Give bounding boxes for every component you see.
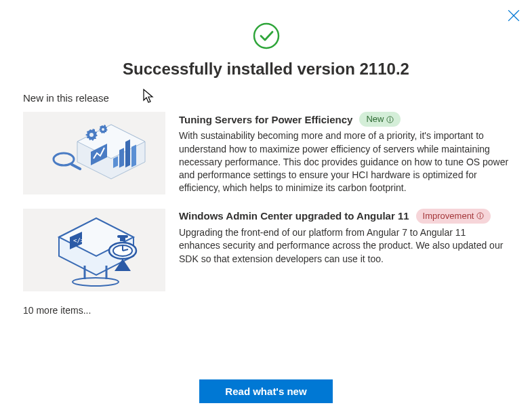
release-title: Tuning Servers for Power Efficiency — [179, 112, 352, 127]
svg-rect-16 — [390, 119, 390, 121]
new-badge: New — [359, 112, 401, 127]
release-item: Tuning Servers for Power Efficiency New … — [23, 112, 509, 195]
section-heading: New in this release — [23, 92, 509, 104]
svg-point-5 — [89, 133, 94, 137]
improvement-badge: Improvement — [416, 209, 491, 224]
success-check-icon — [252, 22, 281, 50]
svg-rect-13 — [131, 144, 136, 167]
badge-label: Improvement — [423, 210, 474, 222]
header: Successfully installed version 2110.2 — [0, 0, 532, 79]
svg-point-32 — [480, 214, 480, 215]
server-tuning-illustration-icon — [40, 119, 148, 187]
release-body: Tuning Servers for Power Efficiency New … — [179, 112, 509, 195]
svg-rect-8 — [70, 163, 82, 171]
svg-rect-29 — [117, 235, 128, 238]
close-icon — [508, 9, 520, 22]
release-title-row: Tuning Servers for Power Efficiency New — [179, 112, 509, 127]
page-title: Successfully installed version 2110.2 — [0, 60, 532, 79]
release-item: </> Windows Admin Ce — [23, 209, 509, 291]
release-thumbnail: </> — [23, 209, 165, 291]
svg-text:</>: </> — [73, 237, 85, 244]
badge-label: New — [366, 113, 384, 125]
svg-point-6 — [102, 128, 104, 131]
release-description: Upgrading the front-end of our platform … — [179, 226, 509, 266]
release-title-row: Windows Admin Center upgraded to Angular… — [179, 209, 509, 224]
info-icon — [386, 116, 394, 123]
release-title: Windows Admin Center upgraded to Angular… — [179, 209, 409, 223]
read-whats-new-button[interactable]: Read what's new — [199, 379, 332, 403]
release-thumbnail — [23, 112, 165, 194]
close-button[interactable] — [508, 9, 520, 22]
angular-upgrade-illustration-icon: </> — [40, 213, 148, 287]
svg-rect-33 — [480, 215, 480, 218]
release-notes-section: New in this release — [0, 92, 532, 291]
svg-point-23 — [73, 278, 119, 286]
svg-rect-12 — [125, 140, 130, 167]
info-icon — [476, 212, 484, 220]
svg-point-15 — [390, 117, 390, 118]
more-items-link[interactable]: 10 more items... — [0, 305, 532, 316]
footer: Read what's new — [0, 379, 532, 403]
release-description: With sustainability becoming more and mo… — [179, 129, 509, 195]
svg-point-2 — [254, 24, 279, 48]
release-body: Windows Admin Center upgraded to Angular… — [179, 209, 509, 291]
svg-rect-11 — [119, 148, 124, 167]
